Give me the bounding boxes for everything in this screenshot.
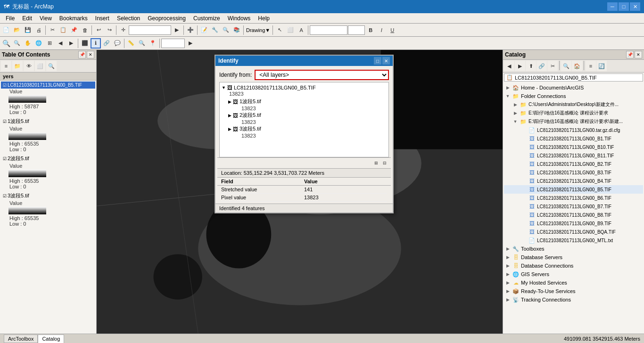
add-data-button[interactable]: ➕ — [185, 25, 196, 35]
bold-button[interactable]: B — [365, 25, 376, 35]
zoom-input[interactable]: 100% — [161, 39, 185, 48]
catalog-back-button[interactable]: ◀ — [504, 61, 514, 71]
zoom-in-button[interactable]: 🔍 — [1, 38, 11, 49]
scale-go-button[interactable]: ▶ — [172, 25, 182, 35]
catalog-file-b2[interactable]: ▶ 🖼 LC81210382017113LGN00_B2.TIF — [504, 160, 643, 168]
identify-from-select[interactable]: <All layers> — [255, 70, 389, 80]
catalog-file-b5[interactable]: ▶ 🖼 LC81210382017113LGN00_B5.TIF — [504, 185, 643, 194]
cut-button[interactable]: ✂ — [47, 25, 58, 35]
title-bar-controls[interactable]: ─ □ ✕ — [607, 2, 640, 11]
move-button[interactable]: ✛ — [118, 25, 128, 35]
ArcToolbox-button[interactable]: 🔧 — [210, 25, 220, 35]
select-features-button[interactable]: ⬛ — [80, 38, 90, 49]
menu-help[interactable]: Help — [254, 14, 273, 23]
catalog-close-button[interactable]: ✕ — [635, 51, 642, 58]
identify-child-2[interactable]: ▶ 🖼 2波段5.tif — [228, 111, 387, 119]
catalog-item-tracking[interactable]: ▶ 📡 Tracking Connections — [504, 295, 643, 304]
menu-selection[interactable]: Selection — [113, 14, 144, 23]
zoom-go-button[interactable]: ▶ — [185, 38, 196, 49]
pointer-button[interactable]: ↖ — [274, 25, 285, 35]
identify-button[interactable]: ℹ — [91, 38, 101, 49]
find-button[interactable]: 🔍 — [137, 38, 147, 49]
full-extent-button[interactable]: ⊞ — [44, 38, 55, 49]
catalog-item-folder2[interactable]: ▶ 📁 E:\阳仔\地信16遥感概论 课程设计要求 — [504, 109, 643, 117]
pan-button[interactable]: ✋ — [23, 38, 33, 49]
identify-dialog-titlebar[interactable]: Identify □ ✕ — [215, 56, 393, 66]
menu-edit[interactable]: Edit — [18, 14, 36, 23]
catalog-file-mtl[interactable]: ▶ 📄 LC81210382017113LGN00_MTL.txt — [504, 236, 643, 245]
menu-view[interactable]: View — [36, 14, 56, 23]
toc-pin-button[interactable]: 📌 — [78, 51, 86, 58]
zoom-next-button[interactable]: ▶ — [66, 38, 76, 49]
hyperlink-button[interactable]: 🔗 — [101, 38, 112, 49]
catalog-item-home[interactable]: ▶ 🏠 Home - Documents\ArcGIS — [504, 83, 643, 92]
layer-name-3[interactable]: ☑ 3波段5.tif — [1, 191, 95, 200]
catalog-file-b1[interactable]: ▶ 🖼 LC81210382017113LGN00_B1.TIF — [504, 134, 643, 143]
layer-name-2[interactable]: ☑ 2波段5.tif — [1, 154, 95, 163]
toc-header-controls[interactable]: 📌 ✕ — [78, 51, 94, 58]
catalog-file-b8[interactable]: ▶ 🖼 LC81210382017113LGN00_B8.TIF — [504, 211, 643, 219]
identify-child-1[interactable]: ▶ 🖼 1波段5.tif — [228, 98, 387, 106]
select-button[interactable]: ⬜ — [285, 25, 296, 35]
minimize-button[interactable]: ─ — [607, 2, 618, 11]
catalog-item-toolboxes[interactable]: ▶ 🔧 Toolboxes — [504, 245, 643, 253]
toc-close-button[interactable]: ✕ — [87, 51, 94, 58]
catalog-refresh-button[interactable]: 🔄 — [596, 61, 607, 71]
menu-customize[interactable]: Customize — [190, 14, 224, 23]
editor-toolbar-button[interactable]: 📝 — [199, 25, 209, 35]
catalog-search-button[interactable]: 🔍 — [561, 61, 571, 71]
catalog-item-folder1[interactable]: ▶ 📁 C:\Users\Administrator\Desktop\新建文件.… — [504, 100, 643, 109]
toc-selection-button[interactable]: ⬜ — [35, 61, 45, 71]
identify-dialog-restore[interactable]: □ — [374, 57, 381, 65]
identify-child-3[interactable]: ▶ 🖼 3波段5.tif — [228, 125, 387, 133]
goto-button[interactable]: 📍 — [148, 38, 158, 49]
catalog-item-db-servers[interactable]: ▶ 🗄 Database Servers — [504, 253, 643, 261]
catalog-file-b7[interactable]: ▶ 🖼 LC81210382017113LGN00_B7.TIF — [504, 202, 643, 211]
close-button[interactable]: ✕ — [630, 2, 640, 11]
catalog-file-b6[interactable]: ▶ 🖼 LC81210382017113LGN00_B6.TIF — [504, 194, 643, 202]
identify-expand-button[interactable]: ⊞ — [372, 159, 380, 167]
catalog-up-button[interactable]: ⬆ — [526, 61, 536, 71]
toc-source-button[interactable]: 📁 — [12, 61, 23, 71]
layer-checkbox-1[interactable]: ☑ — [3, 119, 7, 124]
search-button-tb[interactable]: 🔍 — [221, 25, 231, 35]
catalog-pin-button[interactable]: 📌 — [626, 51, 634, 58]
measure-button[interactable]: 📏 — [126, 38, 136, 49]
catalog-disconnect-button[interactable]: ✂ — [547, 61, 558, 71]
catalog-tab[interactable]: Catalog — [38, 335, 64, 343]
catalog-item-folder3[interactable]: ▼ 📁 E:\阳仔\地信16遥感概论 课程设计要求\新建... — [504, 117, 643, 126]
paste-button[interactable]: 📌 — [69, 25, 79, 35]
undo-button[interactable]: ↩ — [93, 25, 104, 35]
text-button[interactable]: A — [296, 25, 306, 35]
identify-collapse-button[interactable]: ⊟ — [380, 159, 389, 167]
toc-search-button[interactable]: 🔍 — [46, 61, 57, 71]
catalog-file-b3[interactable]: ▶ 🖼 LC81210382017113LGN00_B3.TIF — [504, 168, 643, 177]
catalog-item-hosted-services[interactable]: ▶ ☁ My Hosted Services — [504, 278, 643, 287]
print-button[interactable]: 🖨 — [33, 25, 44, 35]
identify-dialog[interactable]: Identify □ ✕ Identify from: <All layers>… — [215, 55, 394, 213]
catalog-item-gis-servers[interactable]: ▶ 🌐 GIS Servers — [504, 270, 643, 278]
identify-tree-item-main[interactable]: ▼ 🖼 LC81210382017113LGN00_B5.TIF — [222, 84, 387, 91]
catalog-forward-button[interactable]: ▶ — [515, 61, 525, 71]
new-button[interactable]: 📄 — [1, 25, 11, 35]
menu-file[interactable]: File — [2, 14, 18, 23]
maximize-button[interactable]: □ — [619, 2, 629, 11]
catalog-home-button[interactable]: 🏠 — [572, 61, 582, 71]
font-name-input[interactable]: 宋体 — [310, 25, 347, 35]
menu-windows[interactable]: Windows — [224, 14, 255, 23]
underline-button[interactable]: U — [387, 25, 397, 35]
menu-bookmarks[interactable]: Bookmarks — [56, 14, 91, 23]
zoom-out-button[interactable]: 🔍 — [12, 38, 22, 49]
catalog-file-b10[interactable]: ▶ 🖼 LC81210382017113LGN00_B10.TIF — [504, 143, 643, 151]
layer-checkbox-2[interactable]: ☑ — [3, 156, 7, 161]
catalog-item-folder-connections[interactable]: ▼ 📁 Folder Connections — [504, 92, 643, 100]
layer-checkbox[interactable]: ☑ — [3, 83, 7, 88]
menu-insert[interactable]: Insert — [91, 14, 113, 23]
catalog-file-b9[interactable]: ▶ 🖼 LC81210382017113LGN00_B9.TIF — [504, 219, 643, 228]
layer-name-1[interactable]: ☑ 1波段5.tif — [1, 117, 95, 126]
catalog-file-bqa[interactable]: ▶ 🖼 LC81210382017113LGN00_BQA.TIF — [504, 228, 643, 236]
arctoolbox-tab[interactable]: ArcToolbox — [4, 335, 38, 343]
globe-button[interactable]: 🌐 — [33, 38, 44, 49]
scale-input[interactable]: 1: 750,000 — [129, 25, 171, 35]
toc-list-button[interactable]: ≡ — [1, 61, 11, 71]
